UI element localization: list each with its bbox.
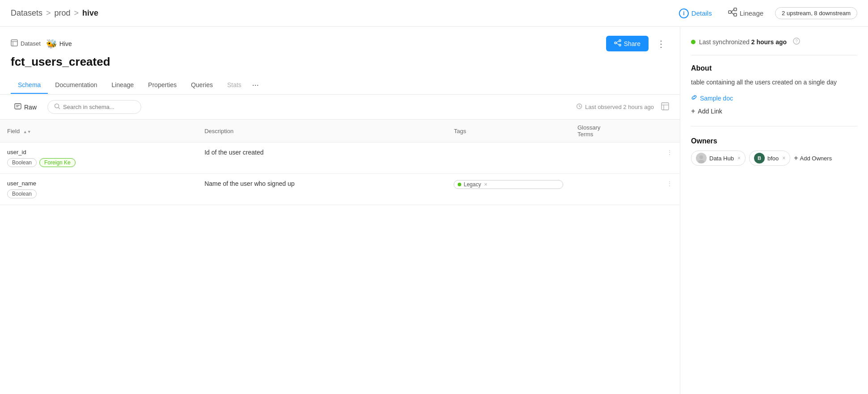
svg-rect-13 [15, 104, 21, 109]
svg-line-12 [616, 43, 619, 45]
svg-rect-2 [734, 13, 737, 16]
table-row: user_name Boolean Name of the user who s… [0, 174, 680, 205]
lineage-label: Lineage [740, 9, 763, 17]
schema-table: Field ▲▼ Description Tags GlossaryTerms … [0, 120, 680, 205]
legacy-dot [458, 183, 461, 186]
tab-more-button[interactable]: ··· [249, 76, 262, 94]
description-text-2: Name of the user who signed up [204, 180, 295, 187]
legacy-remove[interactable]: × [484, 181, 487, 188]
tab-properties[interactable]: Properties [141, 77, 184, 94]
schema-view-icon[interactable] [661, 102, 669, 112]
owners-list: Data Hub × B bfoo × + Add Owners [691, 151, 857, 166]
more-options-button[interactable]: ⋮ [653, 37, 669, 51]
svg-line-11 [616, 41, 619, 42]
hive-label: Hive [59, 40, 72, 47]
col-description: Description [197, 120, 447, 143]
svg-line-20 [579, 106, 581, 107]
help-icon[interactable]: ? [793, 38, 800, 46]
dataset-type-label: Dataset [21, 40, 41, 47]
owner-name-bfoo: bfoo [767, 155, 779, 162]
left-panel: Dataset 🐝 Hive [0, 27, 680, 394]
lineage-button[interactable]: Lineage [724, 5, 768, 21]
about-title: About [691, 64, 857, 72]
tags-cell-1 [447, 143, 570, 174]
owner-remove-datahub[interactable]: × [737, 155, 741, 161]
owner-avatar-datahub [696, 153, 707, 163]
add-owners-label: Add Owners [800, 155, 832, 162]
breadcrumb-datasets[interactable]: Datasets [11, 8, 42, 18]
field-tags-2: Boolean [7, 189, 190, 198]
dataset-type: Dataset [11, 39, 41, 48]
about-text: table containing all the users created o… [691, 78, 857, 87]
breadcrumb-prod[interactable]: prod [55, 8, 71, 18]
glossary-cell-1 [570, 143, 659, 174]
svg-point-27 [698, 160, 704, 163]
svg-point-16 [55, 104, 59, 108]
description-cell-1: Id of the user created [197, 143, 447, 174]
sample-doc-link[interactable]: Sample doc [691, 94, 857, 102]
sync-dot [691, 40, 695, 44]
description-text-1: Id of the user created [204, 149, 263, 156]
fk-tag-1: Foreign Ke [39, 158, 76, 167]
breadcrumb-hive[interactable]: hive [82, 8, 98, 18]
sync-text: Last synchronized 2 hours ago [699, 38, 787, 46]
top-nav: Datasets > prod > hive i Details Lineage… [0, 0, 868, 27]
schema-search-box[interactable] [47, 100, 141, 114]
sync-status: Last synchronized 2 hours ago ? [691, 38, 857, 55]
svg-text:?: ? [795, 39, 798, 44]
dataset-meta-right: Share ⋮ [606, 36, 669, 51]
breadcrumb: Datasets > prod > hive [11, 8, 98, 18]
row-more-1[interactable]: ⋮ [659, 143, 680, 174]
svg-point-10 [619, 44, 621, 46]
glossary-cell-2 [570, 174, 659, 205]
share-icon [614, 39, 621, 48]
field-cell-1: user_id Boolean Foreign Ke [0, 143, 197, 174]
description-cell-2: Name of the user who signed up [197, 174, 447, 205]
add-link-button[interactable]: + Add Link [691, 107, 857, 115]
breadcrumb-sep1: > [46, 8, 51, 18]
sync-label: Last synchronized [699, 38, 750, 46]
details-label: Details [691, 9, 712, 17]
svg-line-17 [59, 108, 60, 109]
share-button[interactable]: Share [606, 36, 649, 51]
owners-title: Owners [691, 137, 857, 145]
svg-rect-0 [729, 11, 731, 13]
legacy-tag: Legacy × [454, 180, 563, 189]
field-name-1: user_id [7, 149, 190, 155]
plus-icon: + [691, 107, 695, 115]
tab-documentation[interactable]: Documentation [48, 77, 104, 94]
add-owners-button[interactable]: + Add Owners [794, 154, 832, 162]
sample-doc-label: Sample doc [700, 95, 733, 102]
tab-stats: Stats [220, 77, 249, 94]
details-button[interactable]: i Details [674, 6, 716, 21]
col-glossary: GlossaryTerms [570, 120, 659, 143]
link-icon [691, 94, 697, 102]
upstream-badge[interactable]: 2 upstream, 8 downstream [775, 7, 857, 19]
field-name-2: user_name [7, 180, 190, 187]
sync-time: 2 hours ago [751, 38, 787, 46]
owner-chip-bfoo: B bfoo × [749, 151, 790, 166]
owner-remove-bfoo[interactable]: × [782, 155, 785, 161]
clock-icon [576, 103, 582, 111]
share-label: Share [624, 40, 640, 47]
tab-schema[interactable]: Schema [11, 77, 48, 94]
dataset-header: Dataset 🐝 Hive [0, 27, 680, 95]
info-icon: i [679, 8, 689, 18]
table-row: user_id Boolean Foreign Ke Id of the use… [0, 143, 680, 174]
col-field[interactable]: Field ▲▼ [0, 120, 197, 143]
svg-line-3 [731, 9, 734, 12]
tab-queries[interactable]: Queries [184, 77, 220, 94]
breadcrumb-sep2: > [74, 8, 79, 18]
field-tags-1: Boolean Foreign Ke [7, 158, 190, 167]
raw-button[interactable]: Raw [11, 101, 40, 113]
tab-lineage[interactable]: Lineage [105, 77, 141, 94]
about-section: About table containing all the users cre… [691, 64, 857, 126]
row-more-2[interactable]: ⋮ [659, 174, 680, 205]
col-tags: Tags [447, 120, 570, 143]
schema-search-input[interactable] [63, 104, 135, 110]
right-panel: Last synchronized 2 hours ago ? About ta… [680, 27, 868, 394]
svg-line-4 [731, 12, 734, 15]
last-observed-text: Last observed 2 hours ago [585, 104, 654, 110]
sort-arrows-field: ▲▼ [23, 130, 31, 134]
col-actions [659, 120, 680, 143]
